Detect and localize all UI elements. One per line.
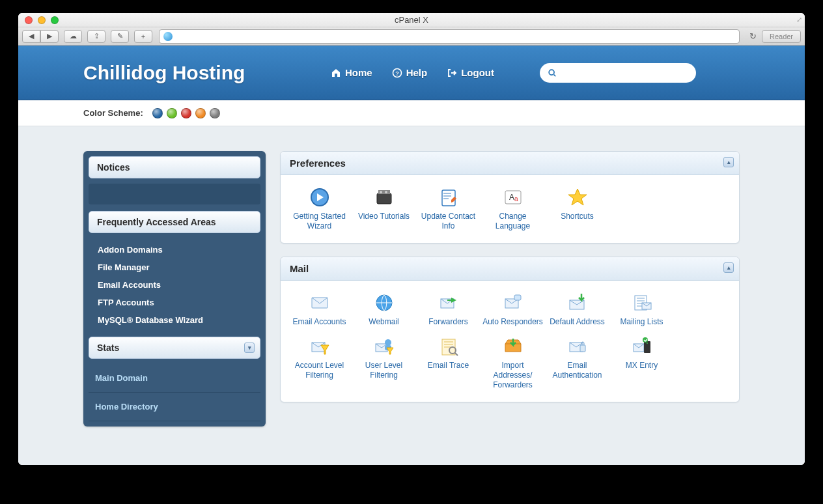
sidebar: Notices Frequently Accessed Areas Addon … bbox=[83, 151, 266, 427]
panel-preferences: Preferences ▴ Getting Started WizardVide… bbox=[280, 151, 740, 244]
svg-text:?: ? bbox=[395, 70, 399, 76]
sidebar-item[interactable]: File Manager bbox=[95, 259, 254, 276]
item-icon bbox=[567, 292, 588, 313]
color-scheme-dot-4[interactable] bbox=[210, 108, 220, 119]
color-scheme-dot-1[interactable] bbox=[167, 108, 177, 119]
panel-preferences-body: Getting Started WizardVideo TutorialsUpd… bbox=[281, 175, 739, 243]
sidebar-stats-header[interactable]: Stats ▾ bbox=[89, 337, 260, 359]
item-label: MX Entry bbox=[611, 361, 673, 371]
sidebar-item[interactable]: Addon Domains bbox=[95, 241, 254, 259]
add-button[interactable]: + bbox=[134, 30, 152, 43]
item-icon bbox=[503, 336, 523, 357]
resize-icon[interactable]: ⤢ bbox=[796, 16, 802, 24]
collapse-icon[interactable]: ▴ bbox=[723, 262, 734, 273]
nav-help[interactable]: ? Help bbox=[392, 67, 428, 78]
panel-item[interactable]: Default Address bbox=[545, 291, 609, 332]
panel-item[interactable]: Getting Started Wizard bbox=[287, 186, 352, 236]
item-icon: Aa bbox=[503, 187, 523, 208]
panel-item[interactable]: Account Level Filtering bbox=[287, 335, 352, 395]
item-label: Video Tutorials bbox=[353, 212, 415, 221]
sidebar-notices-body bbox=[89, 184, 260, 204]
svg-rect-5 bbox=[377, 193, 391, 204]
item-label: Update Contact Info bbox=[417, 212, 479, 231]
sidebar-notices-header[interactable]: Notices bbox=[89, 156, 260, 178]
titlebar: cPanel X ⤢ bbox=[18, 13, 805, 27]
cpanel-header: Chillidog Hosting Home ? Help Logout bbox=[18, 46, 805, 100]
icloud-button[interactable]: ☁ bbox=[64, 30, 82, 43]
item-icon bbox=[632, 336, 652, 357]
reload-button[interactable]: ↻ bbox=[746, 31, 759, 41]
sidebar-stats-title: Stats bbox=[97, 343, 119, 353]
sidebar-stat-item[interactable]: Main Domain bbox=[89, 364, 260, 393]
item-icon bbox=[374, 187, 395, 208]
color-scheme-dot-0[interactable] bbox=[152, 108, 163, 119]
item-icon bbox=[309, 336, 330, 357]
collapse-icon[interactable]: ▾ bbox=[244, 343, 255, 353]
svg-point-7 bbox=[380, 191, 382, 193]
panel-item[interactable]: User Level Filtering bbox=[352, 335, 416, 395]
panel-mail-header[interactable]: Mail ▴ bbox=[281, 257, 739, 281]
color-scheme-dot-3[interactable] bbox=[195, 108, 206, 119]
sidebar-stats-list: Main DomainHome Directory bbox=[89, 364, 260, 421]
svg-text:A: A bbox=[509, 193, 514, 202]
help-icon: ? bbox=[392, 68, 402, 78]
color-scheme-label: Color Scheme: bbox=[83, 108, 143, 118]
item-label: Import Addresses/ Forwarders bbox=[482, 361, 544, 390]
panel-item[interactable]: Forwarders bbox=[416, 291, 481, 332]
item-icon bbox=[309, 292, 330, 313]
panel-item[interactable]: Email Accounts bbox=[287, 291, 352, 332]
panel-item[interactable]: Email Authentication bbox=[545, 335, 609, 395]
panel-item[interactable]: Mailing Lists bbox=[609, 291, 674, 332]
close-window-button[interactable] bbox=[25, 16, 33, 24]
panel-item[interactable]: AaChange Language bbox=[481, 186, 545, 236]
minimize-window-button[interactable] bbox=[38, 16, 46, 24]
reader-button[interactable]: Reader bbox=[762, 30, 801, 43]
address-bar[interactable] bbox=[159, 29, 740, 44]
panel-item[interactable]: Shortcuts bbox=[545, 186, 609, 236]
item-label: Email Trace bbox=[417, 361, 479, 371]
forward-button[interactable]: ▶ bbox=[40, 30, 59, 43]
item-label: Account Level Filtering bbox=[288, 361, 350, 380]
item-label: User Level Filtering bbox=[353, 361, 415, 380]
sidebar-stat-item[interactable]: Home Directory bbox=[89, 393, 260, 421]
sidebar-item[interactable]: FTP Accounts bbox=[95, 294, 254, 311]
panel-preferences-title: Preferences bbox=[290, 158, 346, 169]
search-box[interactable] bbox=[540, 63, 696, 83]
panel-item[interactable]: Update Contact Info bbox=[416, 186, 481, 236]
panel-item[interactable]: MX Entry bbox=[609, 335, 674, 395]
search-input[interactable] bbox=[561, 68, 688, 77]
content-area: Preferences ▴ Getting Started WizardVide… bbox=[280, 151, 740, 427]
sidebar-freq-header[interactable]: Frequently Accessed Areas bbox=[89, 211, 260, 233]
svg-point-25 bbox=[385, 339, 391, 346]
nav-home[interactable]: Home bbox=[331, 67, 372, 78]
globe-icon bbox=[163, 32, 173, 41]
panel-item[interactable]: Webmail bbox=[352, 291, 416, 332]
item-label: Email Accounts bbox=[288, 317, 350, 327]
svg-point-2 bbox=[549, 70, 554, 75]
sidebar-freq-list: Addon DomainsFile ManagerEmail AccountsF… bbox=[89, 238, 260, 337]
back-button[interactable]: ◀ bbox=[22, 30, 40, 43]
sidebar-item[interactable]: Email Accounts bbox=[95, 276, 254, 294]
panel-item[interactable]: Email Trace bbox=[416, 335, 481, 395]
collapse-icon[interactable]: ▴ bbox=[723, 157, 734, 167]
item-icon bbox=[503, 292, 523, 313]
panel-item[interactable]: Import Addresses/ Forwarders bbox=[481, 335, 545, 395]
nav-logout[interactable]: Logout bbox=[447, 67, 494, 78]
panel-item[interactable]: Auto Responders bbox=[481, 291, 545, 332]
nav-home-label: Home bbox=[345, 67, 372, 78]
zoom-window-button[interactable] bbox=[51, 16, 59, 24]
panel-mail-body: Email AccountsWebmailForwardersAuto Resp… bbox=[281, 281, 739, 402]
sidebar-item[interactable]: MySQL® Database Wizard bbox=[95, 311, 254, 329]
panel-item[interactable]: Video Tutorials bbox=[352, 186, 416, 236]
color-scheme-dot-2[interactable] bbox=[181, 108, 191, 119]
brush-button[interactable]: ✎ bbox=[111, 30, 129, 43]
page-content: Chillidog Hosting Home ? Help Logout bbox=[18, 46, 805, 465]
panel-preferences-header[interactable]: Preferences ▴ bbox=[281, 152, 739, 175]
share-button[interactable]: ⇪ bbox=[87, 30, 105, 43]
color-scheme-dots bbox=[152, 108, 220, 119]
item-label: Default Address bbox=[546, 317, 608, 327]
item-label: Forwarders bbox=[417, 317, 479, 327]
item-icon bbox=[567, 187, 588, 208]
window-title: cPanel X bbox=[18, 15, 805, 25]
item-label: Webmail bbox=[353, 317, 415, 327]
